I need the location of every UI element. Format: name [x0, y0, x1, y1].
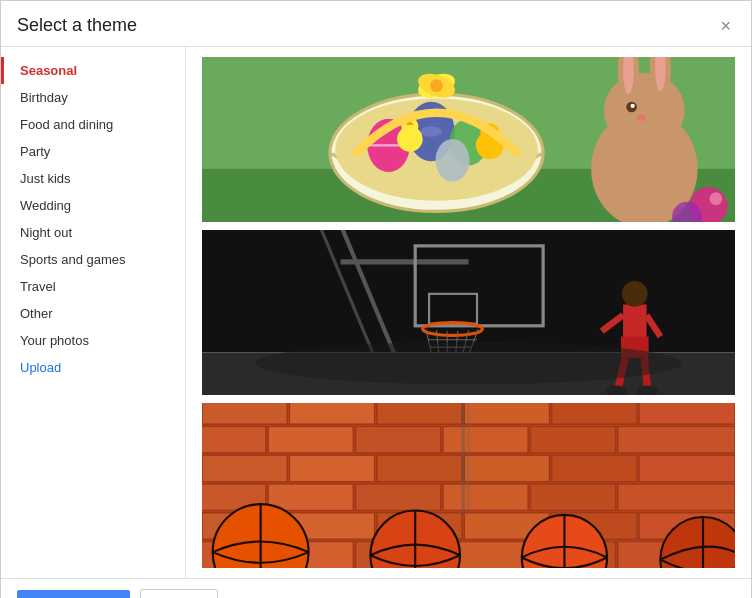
- sidebar-item-night-out[interactable]: Night out: [1, 219, 185, 246]
- sidebar-item-your-photos[interactable]: Your photos: [1, 327, 185, 354]
- sidebar-item-food-and-dining[interactable]: Food and dining: [1, 111, 185, 138]
- basketball-court-svg: [202, 230, 735, 395]
- svg-rect-64: [552, 403, 637, 424]
- dialog-body: Seasonal Birthday Food and dining Party …: [1, 47, 751, 578]
- set-as-theme-button[interactable]: Set as theme: [17, 590, 130, 598]
- svg-rect-68: [356, 426, 441, 453]
- svg-rect-82: [530, 484, 615, 511]
- svg-rect-61: [289, 403, 374, 424]
- svg-point-18: [430, 79, 443, 92]
- svg-rect-76: [552, 455, 637, 482]
- svg-rect-69: [443, 426, 528, 453]
- svg-rect-70: [530, 426, 615, 453]
- dialog-header: Select a theme ×: [1, 1, 751, 47]
- cancel-button[interactable]: Cancel: [140, 589, 218, 598]
- svg-rect-83: [618, 484, 735, 511]
- svg-rect-80: [356, 484, 441, 511]
- sidebar-item-birthday[interactable]: Birthday: [1, 84, 185, 111]
- svg-point-12: [435, 139, 469, 182]
- svg-rect-79: [268, 484, 353, 511]
- basketballs-brick-svg: [202, 403, 735, 568]
- svg-rect-73: [289, 455, 374, 482]
- theme-image-seasonal-1[interactable]: [202, 57, 735, 222]
- svg-rect-65: [639, 403, 735, 424]
- svg-rect-62: [377, 403, 462, 424]
- seasonal-image-svg: [202, 57, 735, 222]
- sidebar-item-sports-and-games[interactable]: Sports and games: [1, 246, 185, 273]
- svg-point-58: [255, 342, 681, 385]
- svg-rect-77: [639, 455, 735, 482]
- theme-image-basketballs-brick[interactable]: [202, 403, 735, 568]
- svg-point-21: [604, 73, 685, 148]
- svg-rect-75: [464, 455, 549, 482]
- svg-point-30: [709, 192, 722, 205]
- svg-point-27: [631, 104, 635, 108]
- sidebar-item-travel[interactable]: Travel: [1, 273, 185, 300]
- svg-rect-67: [268, 426, 353, 453]
- theme-content-area[interactable]: [186, 47, 751, 578]
- sidebar-item-other[interactable]: Other: [1, 300, 185, 327]
- svg-point-28: [637, 114, 646, 120]
- svg-rect-74: [377, 455, 462, 482]
- svg-point-51: [622, 281, 648, 307]
- sidebar-item-just-kids[interactable]: Just kids: [1, 165, 185, 192]
- close-button[interactable]: ×: [716, 17, 735, 35]
- svg-rect-81: [443, 484, 528, 511]
- sidebar-item-wedding[interactable]: Wedding: [1, 192, 185, 219]
- svg-rect-72: [202, 455, 287, 482]
- sidebar-item-upload[interactable]: Upload: [1, 354, 185, 381]
- svg-rect-66: [202, 426, 266, 453]
- dialog-title: Select a theme: [17, 15, 137, 36]
- svg-rect-60: [202, 403, 287, 424]
- select-theme-dialog: Select a theme × Seasonal Birthday Food …: [0, 0, 752, 598]
- sidebar-item-party[interactable]: Party: [1, 138, 185, 165]
- dialog-footer: Set as theme Cancel: [1, 578, 751, 598]
- sidebar-item-seasonal[interactable]: Seasonal: [1, 57, 185, 84]
- theme-image-basketball-court[interactable]: [202, 230, 735, 395]
- svg-point-7: [421, 126, 442, 137]
- svg-rect-71: [618, 426, 735, 453]
- theme-sidebar: Seasonal Birthday Food and dining Party …: [1, 47, 186, 578]
- svg-rect-63: [464, 403, 549, 424]
